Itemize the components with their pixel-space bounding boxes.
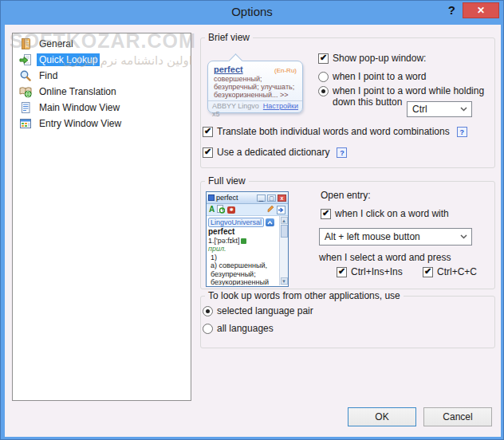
open-entry-label: Open entry: bbox=[321, 190, 371, 201]
sound-icon bbox=[241, 238, 246, 244]
entry-window-preview: perfect ▁ ▢ x A ✱ bbox=[206, 191, 289, 287]
mouse-combo-value: Alt + left mouse button bbox=[325, 231, 460, 242]
click-word-checkbox[interactable] bbox=[321, 209, 331, 219]
preview-headword-link: perfect bbox=[214, 65, 243, 74]
mini-line: а) совершенный, bbox=[208, 261, 278, 270]
sidebar-item-label: Entry Window View bbox=[37, 117, 124, 130]
sidebar-item-find[interactable]: Find bbox=[13, 68, 191, 84]
click-word-label: when I click on a word with bbox=[335, 208, 449, 219]
full-view-group: Full view perfect ▁ ▢ x A ✱ bbox=[200, 181, 495, 289]
preview-direction: (En-Ru) bbox=[274, 67, 297, 74]
sidebar-item-label: Main Window View bbox=[37, 101, 122, 114]
all-languages-radio[interactable] bbox=[203, 324, 213, 334]
sidebar-item-main-window-view[interactable]: Main Window View bbox=[13, 100, 191, 116]
translate-both-row: Translate both individual words and word… bbox=[203, 126, 467, 137]
options-dialog: Options ? ✕ General Quick Lookup bbox=[0, 0, 504, 440]
cancel-button[interactable]: Cancel bbox=[423, 407, 492, 426]
all-languages-label: all languages bbox=[217, 323, 274, 334]
notebook-icon bbox=[19, 37, 32, 50]
popup-preview: perfect (En-Ru) совершенный; безупречный… bbox=[207, 61, 303, 113]
lookup-group: To look up words from other applications… bbox=[200, 296, 495, 348]
show-popup-checkbox[interactable] bbox=[318, 53, 329, 64]
preview-translation-line: безупречный; улучшать; bbox=[208, 83, 302, 91]
search-icon bbox=[19, 69, 32, 82]
dialog-title: Options bbox=[1, 1, 503, 23]
collapse-icon bbox=[266, 218, 274, 226]
show-popup-row: Show pop-up window: bbox=[318, 53, 426, 64]
group-label: To look up words from other applications… bbox=[205, 290, 404, 301]
scroll-down-icon: ▼ bbox=[281, 277, 288, 285]
sidebar-item-online-translation[interactable]: Online Translation bbox=[13, 84, 191, 100]
hotkey-dropdown[interactable]: Ctrl bbox=[407, 101, 472, 117]
minimize-icon: ▁ bbox=[257, 194, 266, 202]
window-grid-icon bbox=[19, 117, 32, 130]
quick-lookup-icon bbox=[19, 53, 32, 66]
translate-both-checkbox[interactable] bbox=[203, 127, 213, 137]
translate-both-label: Translate both individual words and word… bbox=[217, 126, 450, 137]
sidebar-item-label: General bbox=[37, 37, 76, 50]
scroll-up-icon: ▲ bbox=[281, 217, 288, 224]
language-pair-radio[interactable] bbox=[203, 306, 213, 316]
language-pair-label: selected language pair bbox=[217, 305, 313, 316]
dictionary-icon: ✱ bbox=[227, 206, 235, 214]
sidebar-item-general[interactable]: General bbox=[13, 36, 191, 52]
hotkey-value: Ctrl bbox=[412, 104, 460, 115]
preview-settings-link: Настройки bbox=[263, 102, 298, 112]
pen-icon bbox=[267, 205, 274, 214]
brief-view-group: Brief view perfect (En-Ru) совершенный; … bbox=[200, 37, 495, 168]
ok-button[interactable]: OK bbox=[348, 407, 416, 426]
ctrl-c-label: Ctrl+C+C bbox=[437, 266, 477, 277]
dedicated-dictionary-checkbox[interactable] bbox=[203, 147, 213, 158]
select-press-label: when I select a word and press bbox=[319, 252, 451, 263]
point-word-row: when I point to a word bbox=[318, 71, 426, 82]
hotkey1-row: Ctrl+Ins+Ins bbox=[337, 266, 403, 277]
mini-scrollbar: ▲ ▼ bbox=[279, 216, 288, 285]
mini-window-title: perfect bbox=[216, 194, 255, 202]
sidebar-item-label: Find bbox=[37, 69, 60, 82]
all-languages-row: all languages bbox=[203, 323, 274, 334]
ctrl-ins-label: Ctrl+Ins+Ins bbox=[351, 266, 403, 277]
mini-headword: perfect bbox=[208, 228, 278, 237]
mini-line: 1) bbox=[208, 253, 278, 262]
sidebar-item-label: Quick Lookup bbox=[37, 53, 100, 66]
dialog-body: General Quick Lookup Find Online Transla… bbox=[5, 25, 501, 437]
close-icon: x bbox=[278, 194, 286, 202]
help-icon[interactable]: ? bbox=[457, 127, 467, 137]
book-globe-icon bbox=[19, 85, 32, 98]
point-word-label: when I point to a word bbox=[333, 71, 426, 82]
mouse-combo-dropdown[interactable]: Alt + left mouse button bbox=[319, 228, 472, 246]
chevron-down-icon bbox=[460, 234, 468, 239]
preview-translation-line: безукоризненный... >> bbox=[208, 91, 302, 99]
font-icon: A bbox=[209, 206, 215, 214]
close-button[interactable]: ✕ bbox=[463, 2, 499, 18]
preview-brand: ABBYY Lingvo x5 bbox=[212, 102, 263, 112]
point-word-radio[interactable] bbox=[318, 72, 329, 82]
mini-pos: прил. bbox=[208, 245, 278, 253]
dedicated-dictionary-row: Use a dedicated dictionary ? bbox=[203, 147, 347, 158]
point-word-hold-radio[interactable] bbox=[318, 86, 329, 96]
group-label: Full view bbox=[205, 175, 249, 187]
category-list: General Quick Lookup Find Online Transla… bbox=[12, 33, 191, 401]
group-label: Brief view bbox=[205, 32, 253, 43]
mini-line: безукоризненный bbox=[208, 278, 278, 285]
hotkey2-row: Ctrl+C+C bbox=[423, 266, 477, 277]
sidebar-item-quick-lookup[interactable]: Quick Lookup bbox=[13, 52, 191, 68]
mini-app-icon bbox=[208, 194, 215, 201]
mini-transcription: 1.['pə:fɪkt] bbox=[208, 237, 239, 245]
sidebar-item-label: Online Translation bbox=[37, 85, 119, 98]
translate-page-icon bbox=[217, 205, 225, 215]
ctrl-c-checkbox[interactable] bbox=[423, 267, 433, 277]
ctrl-ins-checkbox[interactable] bbox=[337, 267, 347, 277]
help-icon[interactable]: ? bbox=[337, 147, 347, 158]
go-arrow-icon bbox=[277, 206, 285, 214]
dictionary-tab: LingvoUniversal bbox=[208, 218, 264, 227]
chevron-down-icon bbox=[460, 107, 468, 112]
maximize-icon: ▢ bbox=[267, 194, 276, 202]
sidebar-item-entry-window-view[interactable]: Entry Window View bbox=[13, 116, 191, 132]
preview-translation-line: совершенный; bbox=[208, 75, 302, 83]
scroll-thumb bbox=[281, 225, 288, 238]
click-word-row: when I click on a word with bbox=[321, 208, 449, 219]
help-icon[interactable]: ? bbox=[448, 3, 455, 17]
show-popup-label: Show pop-up window: bbox=[333, 53, 426, 64]
dedicated-dictionary-label: Use a dedicated dictionary bbox=[217, 147, 329, 158]
